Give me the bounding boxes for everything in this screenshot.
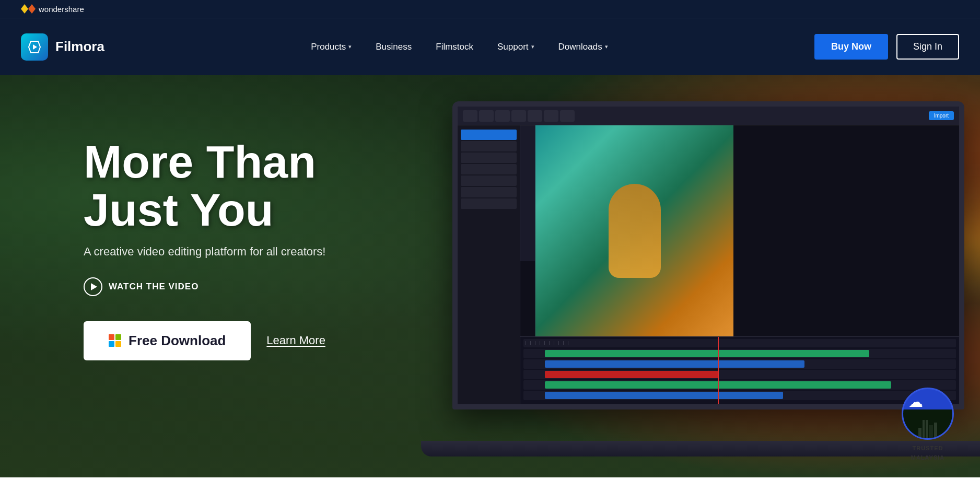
ws-logo-icon <box>21 4 34 14</box>
sidebar-media-item <box>461 130 517 140</box>
track-segment-audio2 <box>545 392 783 399</box>
windows-square-3 <box>109 341 114 347</box>
learn-more-button[interactable]: Learn More <box>266 334 325 347</box>
sidebar-audio-item <box>461 141 517 151</box>
ruler-mark <box>568 341 568 345</box>
editor-preview <box>535 125 733 336</box>
svg-marker-0 <box>21 4 28 14</box>
cloud-icon: ☁ <box>908 393 923 411</box>
sidebar-effects-item <box>461 175 517 186</box>
media-grid: KOMOCI_CSEL_MAN KOMOCI_CSEL_MAN KOMOCI_C… <box>520 125 535 261</box>
editor-icon-3 <box>495 110 510 122</box>
ruler-mark <box>526 341 526 345</box>
topbar: wondershare <box>0 0 980 18</box>
filmora-logo-icon <box>21 33 48 61</box>
editor-topbar: Import <box>458 107 959 125</box>
downloads-chevron-icon: ▾ <box>605 43 608 50</box>
play-triangle-icon <box>91 283 97 290</box>
editor-sidebar <box>458 125 520 404</box>
nav-brand[interactable]: Filmora <box>21 33 104 61</box>
free-download-button[interactable]: Free Download <box>84 321 251 360</box>
sidebar-split-item <box>461 198 517 209</box>
skyline-silhouette <box>903 409 952 438</box>
ruler-mark <box>544 341 545 345</box>
trusted-circle-icon: ☁ <box>902 388 954 440</box>
track-segment-red <box>545 371 718 378</box>
ruler-mark <box>540 341 540 345</box>
svg-marker-1 <box>28 4 36 14</box>
editor-ui: Import <box>458 107 959 404</box>
watch-label: WATCH THE VIDEO <box>109 282 199 292</box>
laptop-screen: Import <box>452 101 964 409</box>
ruler-mark <box>558 341 559 345</box>
nav-item-support[interactable]: Support ▾ <box>488 38 544 56</box>
buy-now-button[interactable]: Buy Now <box>814 34 888 60</box>
preview-video-frame <box>535 125 733 336</box>
wondershare-brand[interactable]: wondershare <box>21 4 84 14</box>
sidebar-text-item <box>461 153 517 163</box>
nav-links: Products ▾ Business Filmstock Support ▾ … <box>301 38 617 56</box>
timeline-track-4 <box>523 380 956 390</box>
editor-import-button[interactable]: Import <box>929 111 954 120</box>
ruler-mark <box>530 341 531 345</box>
windows-icon <box>109 334 121 347</box>
hero-section: Import <box>0 75 980 477</box>
editor-icon-4 <box>511 110 526 122</box>
playhead <box>718 337 719 404</box>
watch-video-button[interactable]: WATCH THE VIDEO <box>84 277 325 296</box>
timeline-track-2 <box>523 359 956 369</box>
hero-subtitle: A creative video editing platform for al… <box>84 245 325 259</box>
hero-buttons: Free Download Learn More <box>84 321 325 360</box>
ruler-mark <box>535 341 535 345</box>
editor-content-area: KOMOCI_CSEL_MAN KOMOCI_CSEL_MAN KOMOCI_C… <box>520 125 959 404</box>
wondershare-icon <box>21 4 36 14</box>
navbar: Filmora Products ▾ Business Filmstock Su… <box>0 18 980 75</box>
timeline-track-5 <box>523 391 956 400</box>
products-chevron-icon: ▾ <box>348 43 352 50</box>
track-segment-audio <box>545 360 804 368</box>
timeline-track-3 <box>523 370 956 379</box>
brand-name-label: Filmora <box>55 39 104 55</box>
editor-main-area: KOMOCI_CSEL_MAN KOMOCI_CSEL_MAN KOMOCI_C… <box>458 125 959 404</box>
timeline-ruler <box>523 339 956 347</box>
editor-icon-1 <box>463 110 477 122</box>
wondershare-label: wondershare <box>39 5 84 14</box>
hero-title: More Than Just You <box>84 138 325 235</box>
editor-icon-5 <box>528 110 542 122</box>
trusted-malaysia-badge: ☁ TRUSTED MALAYSIA <box>896 388 959 462</box>
nav-item-business[interactable]: Business <box>366 38 421 56</box>
windows-square-4 <box>115 341 121 347</box>
trusted-label: TRUSTED MALAYSIA <box>911 445 944 461</box>
windows-square-2 <box>115 334 121 340</box>
sidebar-elements-item <box>461 187 517 197</box>
editor-icon-7 <box>560 110 575 122</box>
nav-item-filmstock[interactable]: Filmstock <box>426 38 483 56</box>
nav-item-products[interactable]: Products ▾ <box>301 38 361 56</box>
hero-content: More Than Just You A creative video edit… <box>84 138 325 360</box>
svg-marker-3 <box>33 44 37 50</box>
support-chevron-icon: ▾ <box>531 43 534 50</box>
editor-icon-2 <box>479 110 494 122</box>
track-segment-video <box>545 350 869 357</box>
windows-square-1 <box>109 334 114 340</box>
ruler-mark <box>563 341 564 345</box>
nav-item-downloads[interactable]: Downloads ▾ <box>549 38 617 56</box>
play-icon <box>84 277 102 296</box>
ruler-mark <box>549 341 550 345</box>
ruler-mark <box>554 341 554 345</box>
filmora-icon-svg <box>27 39 42 55</box>
sign-in-button[interactable]: Sign In <box>896 34 959 60</box>
editor-timeline <box>520 336 959 404</box>
timeline-track-1 <box>523 349 956 358</box>
sidebar-transitions-item <box>461 164 517 174</box>
nav-actions: Buy Now Sign In <box>814 34 959 60</box>
editor-icon-6 <box>544 110 558 122</box>
editor-toolbar <box>463 110 926 122</box>
